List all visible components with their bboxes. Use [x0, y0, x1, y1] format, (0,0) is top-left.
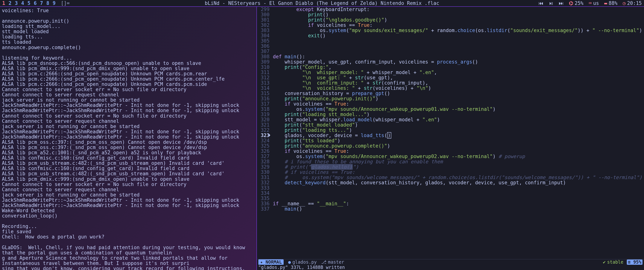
line-number: 319	[257, 112, 270, 117]
code-line[interactable]: print("\nglados.goodbye()")	[273, 17, 642, 23]
line-number: 302	[257, 23, 270, 28]
git-branch: master	[328, 259, 344, 265]
line-number: 324	[257, 138, 270, 143]
code-line[interactable]: print("announce.powerup.init()")	[273, 96, 642, 101]
terminal-line: ALSA lib pcm_usb_stream.c:482:(_snd_pcm_…	[2, 171, 254, 176]
code-line[interactable]: "\n confirm_input: " + str(confirm_input…	[273, 80, 642, 85]
line-number: 334	[257, 191, 270, 196]
layout-indicator: []=	[61, 0, 70, 6]
workspace-5[interactable]: 5	[28, 0, 30, 6]
code-line[interactable]: # print("glados.hello()")	[273, 164, 642, 170]
terminal-line: ALSA lib pcm_usb_stream.c:482:(_snd_pcm_…	[2, 161, 254, 166]
code-line[interactable]: detect_keyword(stt_model, conversation_h…	[273, 180, 642, 185]
code-line[interactable]: # os.system("mpv sounds/welcome_messages…	[273, 175, 642, 180]
workspace-3[interactable]: 3	[15, 0, 18, 6]
terminal-line: jack server is not running or cannot be …	[2, 124, 254, 129]
terminal-line: ALSA lib pcm.c:2666:(snd_pcm_open_noupda…	[2, 71, 254, 76]
terminal-line: JackShmReadWritePtr::~JackShmReadWritePt…	[2, 108, 254, 113]
terminal-line: announce.powerup.init()	[2, 18, 254, 24]
workspace-1[interactable]: 1	[2, 0, 5, 6]
scroll-percent: ≡ 95%	[627, 259, 642, 265]
keyboard-icon: ⌨	[588, 0, 592, 6]
terminal-line: JackShmReadWritePtr::~JackShmReadWritePt…	[2, 134, 254, 140]
code-line[interactable]: conversation_history = prepare_gpt()	[273, 91, 642, 96]
code-line[interactable]	[273, 44, 642, 49]
code-line[interactable]: print("Config:",	[273, 65, 642, 70]
line-number: 305	[257, 38, 270, 44]
file-icon: ●	[288, 259, 291, 265]
line-number: 307	[257, 49, 270, 54]
workspace-9[interactable]: 9	[52, 0, 56, 6]
code-body[interactable]: except KeyboardInterrupt: print() print(…	[273, 7, 644, 259]
statusbar: ✦ NORMAL ●glados.py ⎇master ✔stable ≡ 95…	[257, 259, 644, 265]
line-number: 333	[257, 185, 270, 191]
code-line[interactable]: # if voicelines == True:	[273, 170, 642, 175]
code-line[interactable]: print()	[273, 12, 642, 17]
line-number: 300	[257, 12, 270, 17]
cpu-pct: 25%	[575, 0, 584, 6]
line-number: 329	[257, 164, 270, 170]
code-line[interactable]: # i found these to be annoying but you c…	[273, 159, 642, 164]
code-line[interactable]	[273, 196, 642, 201]
code-line[interactable]	[273, 38, 642, 44]
workspace-4[interactable]: 4	[21, 0, 24, 6]
code-line[interactable]: print("loading tts...")	[273, 127, 642, 133]
terminal-line: stt_model loaded	[2, 29, 254, 34]
terminal-line: Chell: How does a portal gun work?	[2, 234, 254, 239]
code-line[interactable]: if voicelines == True:	[273, 149, 642, 154]
terminal-line: ALSA lib pcm_dsnoop.c:566:(snd_pcm_dsnoo…	[2, 61, 254, 66]
terminal-line: listening for keyword...	[2, 55, 254, 61]
code-line[interactable]: os.system("mpv sounds/Announcer_wakeup_p…	[273, 154, 642, 159]
terminal-line: ALSA lib pcm_oss.c:397:(_snd_pcm_oss_ope…	[2, 140, 254, 145]
diag-text: stable	[607, 259, 624, 265]
code-line[interactable]: "\n voicelines: " + str(voicelines) + "\…	[273, 85, 642, 91]
code-line[interactable]: if __name__ == "__main__":	[273, 201, 642, 206]
line-number: 337	[257, 206, 270, 211]
line-number: 316	[257, 96, 270, 101]
line-number: 328	[257, 159, 270, 164]
code-line[interactable]: exit()	[273, 33, 642, 38]
code-line[interactable]: if voicelines == True:	[273, 23, 642, 28]
code-line[interactable]: os.system("mpv sounds/exit_messages/" + …	[273, 28, 642, 33]
code-line[interactable]: stt_model = whisper.load_model(whisper_m…	[273, 117, 642, 122]
line-number: 336	[257, 201, 270, 206]
workspace-6[interactable]: 6	[34, 0, 37, 6]
workspace-7[interactable]: 7	[40, 0, 43, 6]
main-split: voicelines: True announce.powerup.init()…	[0, 7, 644, 270]
terminal-line	[2, 239, 254, 245]
line-number: 327	[257, 154, 270, 159]
code-line[interactable]: print("tts loaded")	[273, 138, 642, 143]
code-line[interactable]: "\n whisper_model: " + whisper_model + "…	[273, 70, 642, 75]
command-line[interactable]: "glados.py" 337L, 11488B written	[257, 265, 644, 270]
code-line[interactable]: print("announce.powerup.complete()")	[273, 143, 642, 149]
terminal-line: ALSA lib confmisc.c:160:(snd_config_get_…	[2, 155, 254, 161]
editor-pane: 2993003013023033043053063073083093103113…	[257, 7, 644, 270]
code-line[interactable]	[273, 191, 642, 196]
workspace-2[interactable]: 2	[8, 0, 12, 6]
terminal-line: JackShmReadWritePtr::~JackShmReadWritePt…	[2, 129, 254, 134]
terminal-line: Cannot connect to server socket err = No…	[2, 87, 254, 92]
code-line[interactable]: def main():	[273, 54, 642, 59]
code-area[interactable]: 2993003013023033043053063073083093103113…	[257, 7, 644, 259]
code-line[interactable]: os.system("mpv sounds/Announcer_wakeup_p…	[273, 106, 642, 112]
workspace-8[interactable]: 8	[46, 0, 50, 6]
media-next-icon[interactable]: ⏭	[559, 0, 564, 6]
terminal-line: loading tts...	[2, 34, 254, 39]
code-line[interactable]: glados, vocoder, device = load_tts()	[273, 133, 642, 138]
code-line[interactable]: except KeyboardInterrupt:	[273, 7, 642, 12]
code-line[interactable]: print("stt_model loaded")	[273, 122, 642, 127]
line-number: 304	[257, 33, 270, 38]
media-prev-icon[interactable]: ⏮	[538, 0, 544, 6]
terminal-line	[2, 50, 254, 55]
code-line[interactable]: if voicelines == True:	[273, 101, 642, 106]
code-line[interactable]	[273, 49, 642, 54]
terminal-pane[interactable]: voicelines: True announce.powerup.init()…	[0, 7, 257, 270]
media-play-icon[interactable]: ⏯	[549, 0, 554, 6]
code-line[interactable]: "\n use_gpt: " + str(use_gpt),	[273, 75, 642, 80]
line-number: 303	[257, 28, 270, 33]
code-line[interactable]	[273, 185, 642, 191]
code-line[interactable]: whisper_model, use_gpt, confirm_input, v…	[273, 59, 642, 65]
code-line[interactable]: main()	[273, 206, 642, 211]
code-line[interactable]: print("loading stt_model...")	[273, 112, 642, 117]
diag-icon: ✔	[603, 259, 606, 265]
